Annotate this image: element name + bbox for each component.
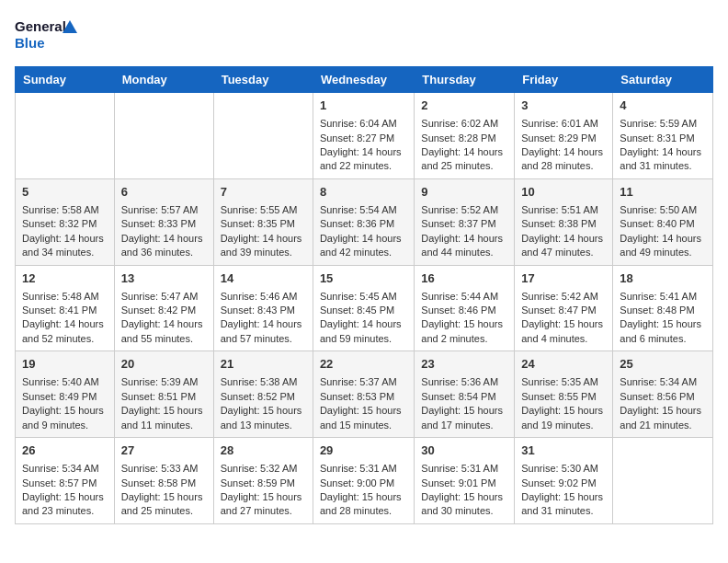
day-of-week-header: Saturday: [613, 67, 713, 93]
logo-svg: General Blue: [15, 15, 79, 55]
sunset-text: Sunset: 8:27 PM: [320, 132, 407, 145]
sunset-text: Sunset: 8:41 PM: [22, 304, 108, 317]
day-number: 2: [421, 98, 507, 114]
calendar-cell: 10Sunrise: 5:51 AMSunset: 8:38 PMDayligh…: [515, 178, 613, 265]
day-number: 11: [620, 184, 706, 201]
sunrise-text: Sunrise: 5:52 AM: [421, 203, 507, 217]
day-number: 12: [22, 270, 108, 287]
sunset-text: Sunset: 8:40 PM: [620, 217, 706, 231]
daylight-text: Daylight: 14 hours and 25 minutes.: [421, 145, 507, 174]
sunset-text: Sunset: 8:57 PM: [22, 477, 108, 490]
sunrise-text: Sunrise: 5:35 AM: [521, 375, 606, 389]
sunset-text: Sunset: 8:43 PM: [221, 304, 306, 317]
day-of-week-header: Wednesday: [313, 67, 414, 93]
calendar-cell: 4Sunrise: 5:59 AMSunset: 8:31 PMDaylight…: [613, 93, 713, 179]
sunset-text: Sunset: 8:48 PM: [620, 304, 706, 317]
daylight-text: Daylight: 15 hours and 25 minutes.: [121, 490, 207, 519]
daylight-text: Daylight: 14 hours and 28 minutes.: [521, 145, 606, 174]
day-number: 22: [320, 356, 407, 373]
daylight-text: Daylight: 15 hours and 4 minutes.: [521, 317, 606, 346]
day-number: 24: [521, 356, 606, 373]
calendar-cell: 13Sunrise: 5:47 AMSunset: 8:42 PMDayligh…: [114, 265, 213, 351]
calendar-cell: 8Sunrise: 5:54 AMSunset: 8:36 PMDaylight…: [313, 178, 414, 265]
sunrise-text: Sunrise: 6:04 AM: [320, 117, 407, 131]
calendar-cell: 5Sunrise: 5:58 AMSunset: 8:32 PMDaylight…: [16, 178, 115, 265]
daylight-text: Daylight: 15 hours and 21 minutes.: [620, 404, 706, 432]
calendar-cell: 26Sunrise: 5:34 AMSunset: 8:57 PMDayligh…: [16, 438, 115, 524]
sunset-text: Sunset: 8:52 PM: [221, 390, 306, 404]
sunrise-text: Sunrise: 5:58 AM: [22, 203, 108, 217]
calendar-cell: 20Sunrise: 5:39 AMSunset: 8:51 PMDayligh…: [114, 351, 213, 438]
calendar-cell: 25Sunrise: 5:34 AMSunset: 8:56 PMDayligh…: [613, 351, 713, 438]
daylight-text: Daylight: 15 hours and 17 minutes.: [421, 404, 507, 432]
day-of-week-header: Monday: [114, 67, 213, 93]
calendar-cell: 31Sunrise: 5:30 AMSunset: 9:02 PMDayligh…: [515, 438, 613, 524]
sunset-text: Sunset: 9:00 PM: [320, 477, 407, 490]
sunrise-text: Sunrise: 5:31 AM: [421, 462, 507, 476]
sunrise-text: Sunrise: 5:38 AM: [221, 375, 306, 389]
sunset-text: Sunset: 8:58 PM: [121, 477, 207, 490]
sunrise-text: Sunrise: 6:01 AM: [521, 117, 606, 131]
calendar-cell: 27Sunrise: 5:33 AMSunset: 8:58 PMDayligh…: [114, 438, 213, 524]
daylight-text: Daylight: 15 hours and 2 minutes.: [421, 317, 507, 346]
sunset-text: Sunset: 8:53 PM: [320, 390, 407, 404]
sunrise-text: Sunrise: 5:50 AM: [620, 203, 706, 217]
sunrise-text: Sunrise: 5:45 AM: [320, 290, 407, 304]
sunrise-text: Sunrise: 5:41 AM: [620, 290, 706, 304]
day-number: 14: [221, 270, 306, 287]
day-number: 19: [22, 356, 108, 373]
daylight-text: Daylight: 15 hours and 19 minutes.: [521, 404, 606, 432]
calendar-week-row: 26Sunrise: 5:34 AMSunset: 8:57 PMDayligh…: [16, 438, 713, 524]
daylight-text: Daylight: 15 hours and 9 minutes.: [22, 404, 108, 432]
calendar-cell: 7Sunrise: 5:55 AMSunset: 8:35 PMDaylight…: [213, 178, 313, 265]
day-number: 18: [620, 270, 706, 287]
day-number: 31: [521, 442, 606, 459]
sunrise-text: Sunrise: 5:34 AM: [620, 375, 706, 389]
sunrise-text: Sunrise: 5:46 AM: [221, 290, 306, 304]
svg-text:Blue: Blue: [15, 35, 45, 51]
calendar-cell: 14Sunrise: 5:46 AMSunset: 8:43 PMDayligh…: [213, 265, 313, 351]
daylight-text: Daylight: 15 hours and 28 minutes.: [320, 490, 407, 519]
calendar-cell: [613, 438, 713, 524]
daylight-text: Daylight: 15 hours and 31 minutes.: [521, 490, 606, 519]
sunset-text: Sunset: 8:51 PM: [121, 390, 207, 404]
sunrise-text: Sunrise: 5:34 AM: [22, 462, 108, 476]
daylight-text: Daylight: 14 hours and 59 minutes.: [320, 317, 407, 346]
daylight-text: Daylight: 14 hours and 31 minutes.: [620, 145, 706, 174]
day-of-week-header: Tuesday: [213, 67, 313, 93]
sunset-text: Sunset: 8:54 PM: [421, 390, 507, 404]
sunset-text: Sunset: 8:32 PM: [22, 217, 108, 231]
sunrise-text: Sunrise: 5:37 AM: [320, 375, 407, 389]
day-number: 26: [22, 442, 108, 459]
daylight-text: Daylight: 14 hours and 36 minutes.: [121, 232, 207, 260]
sunset-text: Sunset: 8:55 PM: [521, 390, 606, 404]
sunset-text: Sunset: 9:02 PM: [521, 477, 606, 490]
calendar-cell: 30Sunrise: 5:31 AMSunset: 9:01 PMDayligh…: [415, 438, 515, 524]
day-number: 21: [221, 356, 306, 373]
day-number: 8: [320, 184, 407, 201]
daylight-text: Daylight: 14 hours and 34 minutes.: [22, 232, 108, 260]
sunset-text: Sunset: 8:56 PM: [620, 390, 706, 404]
calendar-cell: 2Sunrise: 6:02 AMSunset: 8:28 PMDaylight…: [415, 93, 515, 179]
day-number: 6: [121, 184, 207, 201]
day-number: 5: [22, 184, 108, 201]
calendar-week-row: 12Sunrise: 5:48 AMSunset: 8:41 PMDayligh…: [16, 265, 713, 351]
sunset-text: Sunset: 8:31 PM: [620, 132, 706, 145]
svg-text:General: General: [15, 18, 66, 34]
day-number: 9: [421, 184, 507, 201]
sunset-text: Sunset: 8:37 PM: [421, 217, 507, 231]
sunset-text: Sunset: 8:45 PM: [320, 304, 407, 317]
daylight-text: Daylight: 15 hours and 30 minutes.: [421, 490, 507, 519]
sunset-text: Sunset: 8:33 PM: [121, 217, 207, 231]
calendar-week-row: 1Sunrise: 6:04 AMSunset: 8:27 PMDaylight…: [16, 93, 713, 179]
calendar-cell: [114, 93, 213, 179]
sunset-text: Sunset: 8:36 PM: [320, 217, 407, 231]
sunset-text: Sunset: 8:42 PM: [121, 304, 207, 317]
sunset-text: Sunset: 9:01 PM: [421, 477, 507, 490]
sunrise-text: Sunrise: 5:55 AM: [221, 203, 306, 217]
daylight-text: Daylight: 14 hours and 22 minutes.: [320, 145, 407, 174]
calendar-cell: [16, 93, 115, 179]
calendar-cell: 22Sunrise: 5:37 AMSunset: 8:53 PMDayligh…: [313, 351, 414, 438]
day-number: 13: [121, 270, 207, 287]
calendar-cell: [213, 93, 313, 179]
